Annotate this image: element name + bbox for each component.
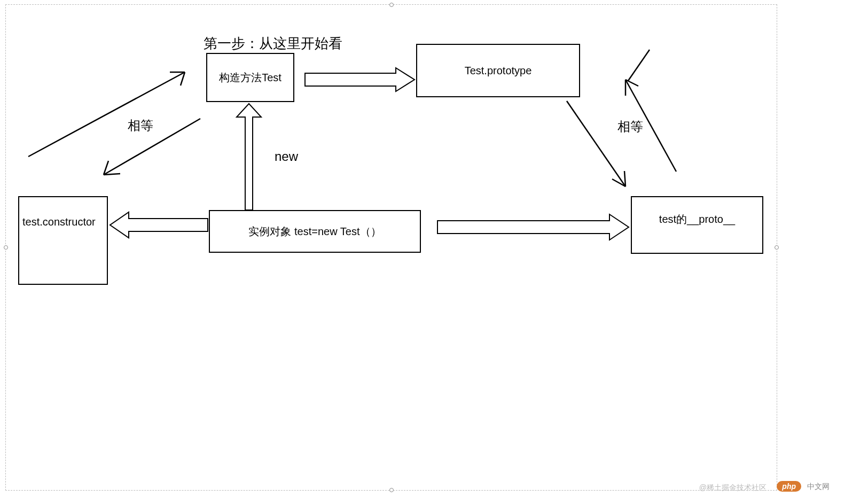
constructor-box[interactable]: 构造方法Test [206,53,294,102]
test-constructor-box[interactable]: test.constructor [18,196,108,285]
php-site-label: 中文网 [807,482,830,492]
prototype-box[interactable]: Test.prototype [416,44,580,97]
proto-box[interactable]: test的__proto__ [631,196,763,254]
svg-line-0 [28,72,185,157]
equal-left-label: 相等 [128,117,153,134]
svg-line-4 [628,50,650,81]
resize-handle-top[interactable] [389,3,394,7]
diagram-canvas: 第一步：从这里开始看 构造方法Test Test.prototype test.… [5,4,777,491]
step-title: 第一步：从这里开始看 [204,34,342,53]
equal-right-label: 相等 [617,118,643,135]
arrow-instance-to-proto [437,214,629,240]
php-badge: php [777,481,801,492]
equal-left-arrows [28,72,200,175]
watermark-juejin: @稀土掘金技术社区 [699,483,767,493]
resize-handle-left[interactable] [4,245,8,250]
arrow-instance-to-constructor [237,104,261,210]
resize-handle-bottom[interactable] [389,488,394,492]
arrow-constructor-to-prototype [305,68,415,91]
instance-box[interactable]: 实例对象 test=new Test（） [209,210,421,253]
arrow-instance-to-testconstructor [110,212,208,238]
resize-handle-right[interactable] [775,245,779,250]
new-label: new [275,149,298,164]
svg-line-2 [567,101,625,187]
